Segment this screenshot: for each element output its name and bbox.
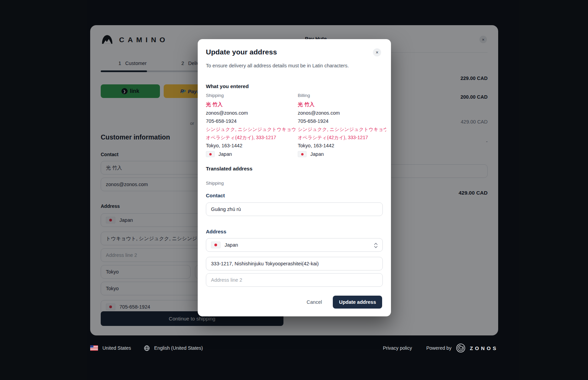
billing-column-label: Billing (298, 92, 386, 101)
shipping-column-label: Shipping (206, 92, 296, 101)
zonos-logo-icon (456, 343, 466, 353)
cancel-button[interactable]: Cancel (305, 299, 324, 305)
entered-address-line2: オペラシティ(42カイ), 333-1217 (298, 134, 386, 142)
entered-phone: 705-658-1924 (298, 117, 386, 126)
japan-flag-icon (298, 151, 307, 157)
translated-address-heading: Translated address (206, 166, 252, 171)
powered-by-label: Powered by (426, 345, 452, 351)
translated-country-value: Japan (225, 242, 238, 248)
modal-title: Update your address (206, 48, 277, 56)
modal-close-button[interactable]: × (373, 48, 381, 56)
update-address-modal: Update your address × To ensure delivery… (198, 39, 391, 316)
entered-billing-column: Billing 光 竹入 zonos@zonos.com 705-658-192… (298, 92, 386, 157)
japan-flag-icon (211, 242, 220, 248)
entered-country: Japan (218, 151, 232, 157)
footer-country-selector[interactable]: United States (102, 345, 131, 351)
entered-name: 光 竹入 (206, 101, 296, 109)
translated-address-line2-input[interactable] (206, 273, 383, 287)
footer-language-selector[interactable]: English (United States) (154, 345, 203, 351)
japan-flag-icon (206, 151, 215, 157)
entered-email: zonos@zonos.com (298, 109, 386, 117)
entered-city-postal: Tokyo, 163-1442 (206, 142, 296, 150)
zonos-wordmark: ZONOS (470, 345, 498, 351)
modal-subtitle: To ensure delivery all address details m… (206, 63, 349, 68)
modal-contact-heading: Contact (206, 193, 225, 198)
what-you-entered-heading: What you entered (206, 83, 249, 89)
translated-shipping-label: Shipping (206, 181, 224, 186)
translated-country-select[interactable]: Japan (206, 238, 383, 252)
entered-country: Japan (310, 151, 324, 157)
entered-address-line2: オペラシティ(42カイ), 333-1217 (206, 134, 296, 142)
modal-address-heading: Address (206, 229, 226, 234)
entered-address-line1: シンジュクク, ニシシンジュクトウキョウ (298, 126, 386, 134)
translated-address-line1-input[interactable] (206, 257, 383, 270)
entered-shipping-column: Shipping 光 竹入 zonos@zonos.com 705-658-19… (206, 92, 296, 157)
entered-email: zonos@zonos.com (206, 109, 296, 117)
entered-city-postal: Tokyo, 163-1442 (298, 142, 386, 150)
entered-name: 光 竹入 (298, 101, 386, 109)
chevron-updown-icon (374, 243, 378, 248)
footer: United States English (United States) Pr… (90, 340, 498, 356)
entered-country-row: Japan (206, 151, 296, 157)
us-flag-icon (90, 345, 98, 351)
update-address-button[interactable]: Update address (333, 296, 382, 309)
entered-country-row: Japan (298, 151, 386, 157)
globe-icon (144, 345, 150, 351)
translated-contact-input[interactable] (206, 202, 383, 216)
entered-phone: 705-658-1924 (206, 117, 296, 126)
entered-address-line1: シンジュクク, ニシシンジュクトウキョウ (206, 126, 296, 134)
privacy-policy-link[interactable]: Privacy policy (383, 345, 412, 351)
